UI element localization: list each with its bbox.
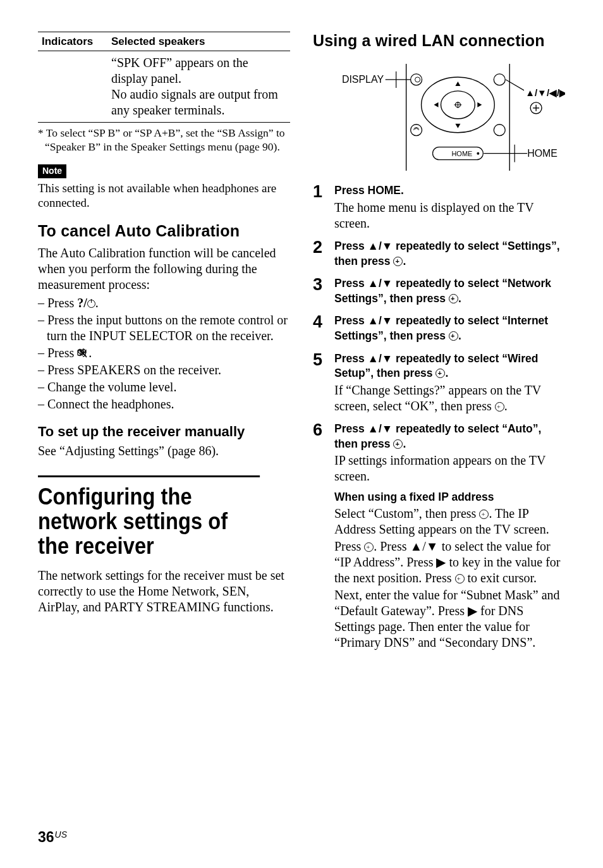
svg-text:HOME: HOME — [527, 147, 557, 158]
step-detail: IP settings information appears on the T… — [334, 453, 565, 484]
step-head: Press ▲/▼ repeatedly to select “Settings… — [334, 239, 565, 269]
td-ind — [38, 51, 107, 123]
enter-icon — [455, 574, 465, 584]
manual-body: See “Adjusting Settings” (page 86). — [38, 443, 290, 459]
step-detail: Select “Custom”, then press . The IP Add… — [334, 506, 565, 537]
list-item: Press the input buttons on the remote co… — [38, 312, 290, 344]
enter-icon — [393, 257, 403, 266]
note-body: This setting is not available when headp… — [38, 181, 290, 211]
step-head: Press HOME. — [334, 183, 565, 199]
svg-text:▲/▼/◀/▶,: ▲/▼/◀/▶, — [525, 87, 565, 98]
h-wired: Using a wired LAN connection — [313, 32, 565, 50]
step-detail: The home menu is displayed on the TV scr… — [334, 200, 565, 231]
step-head: Press ▲/▼ repeatedly to select “Wired Se… — [334, 351, 565, 381]
svg-text:DISPLAY: DISPLAY — [342, 74, 384, 85]
step-num: 6 — [313, 422, 334, 652]
enter-icon — [436, 369, 445, 378]
svg-point-12 — [411, 125, 422, 136]
list-item: Connect the headphones. — [38, 396, 290, 412]
svg-point-11 — [494, 74, 505, 85]
step-num: 1 — [313, 183, 334, 233]
step-num: 2 — [313, 239, 334, 270]
svg-text:HOME: HOME — [451, 149, 472, 157]
list-item: Press ?/. — [38, 295, 290, 311]
step-head: Press ▲/▼ repeatedly to select “Network … — [334, 276, 565, 306]
list-item: Change the volume level. — [38, 379, 290, 395]
th-indicators: Indicators — [38, 32, 107, 51]
svg-point-10 — [415, 77, 420, 82]
step-detail: Press . Press ▲/▼ to select the value fo… — [334, 539, 565, 586]
th-selected: Selected speakers — [107, 32, 290, 51]
note-pill: Note — [38, 164, 66, 178]
enter-icon — [449, 294, 458, 303]
svg-point-13 — [494, 125, 505, 136]
step-head: Press ▲/▼ repeatedly to select “Auto”, t… — [334, 422, 565, 451]
enter-icon — [479, 510, 489, 519]
svg-point-16 — [477, 152, 479, 154]
step-num: 5 — [313, 351, 334, 415]
step-subhead: When using a fixed IP address — [334, 491, 565, 504]
step-num: 4 — [313, 314, 334, 345]
enter-icon — [393, 439, 403, 449]
footnote: * To select “SP B” or “SP A+B”, set the … — [38, 126, 290, 154]
enter-icon — [364, 542, 374, 552]
big-body: The network settings for the receiver mu… — [38, 568, 290, 615]
steps-list: 1 Press HOME. The home menu is displayed… — [313, 183, 565, 652]
h-manual: To set up the receiver manually — [38, 424, 290, 439]
step-detail: If “Change Settings?” appears on the TV … — [334, 382, 565, 414]
step-detail: Next, enter the value for “Subnet Mask” … — [334, 587, 565, 651]
cancel-intro: The Auto Calibration function will be ca… — [38, 245, 290, 293]
page-number: 36US — [38, 828, 67, 847]
cancel-list: Press ?/. Press the input buttons on the… — [38, 295, 290, 412]
speaker-table: Indicators Selected speakers “SPK OFF” a… — [38, 32, 290, 123]
list-item: Press . — [38, 345, 290, 361]
step-head: Press ▲/▼ repeatedly to select “Internet… — [334, 314, 565, 343]
td-sel: “SPK OFF” appears on the display panel. … — [107, 51, 290, 123]
enter-icon — [449, 331, 458, 341]
enter-icon — [495, 402, 504, 412]
step-num: 3 — [313, 276, 334, 307]
h-cancel: To cancel Auto Calibration — [38, 222, 290, 240]
svg-line-20 — [506, 80, 527, 92]
h-big: Configuring the network settings of the … — [38, 475, 260, 559]
list-item: Press SPEAKERS on the receiver. — [38, 362, 290, 378]
remote-diagram: HOME DISPLAY ♦/♦/♦/♦, / / / , — [313, 64, 565, 171]
